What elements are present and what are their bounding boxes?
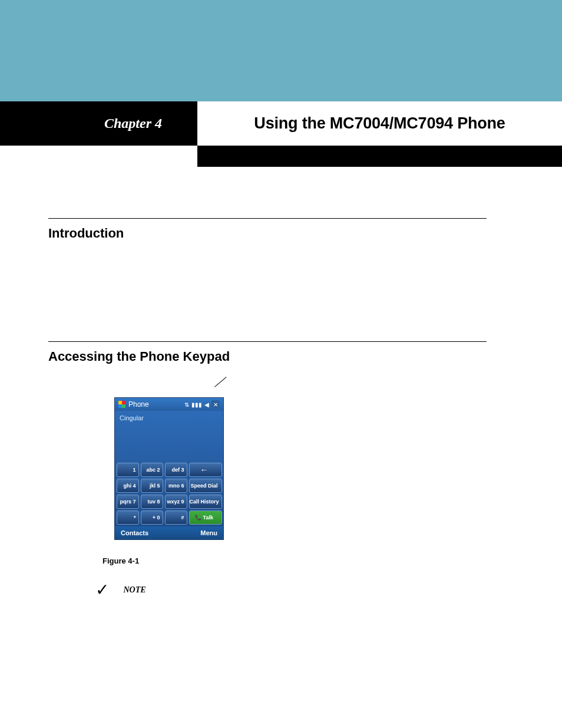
key-talk[interactable]: 📞 Talk (189, 510, 222, 525)
dial-entry-area (115, 425, 223, 467)
start-flag-icon (118, 401, 125, 408)
body: Introduction Accessing the Phone Keypad … (48, 218, 487, 616)
key-talk-label: Talk (203, 515, 213, 521)
phone-screenshot: Phone ⇅ ▮▮▮ ◀ ✕ Cingular 1 abc 2 def 3 (114, 397, 224, 540)
key-2[interactable]: abc 2 (141, 463, 163, 477)
section-rule (48, 218, 487, 219)
key-backspace[interactable]: ← (189, 463, 222, 477)
key-3[interactable]: def 3 (165, 463, 187, 477)
page-title-band: Using the MC7004/MC7094 Phone (197, 101, 562, 146)
figure-4-1: Phone ⇅ ▮▮▮ ◀ ✕ Cingular 1 abc 2 def 3 (114, 397, 223, 540)
status-icons: ⇅ ▮▮▮ ◀ ✕ (184, 400, 220, 409)
key-hash[interactable]: # (165, 510, 187, 525)
checkmark-icon: ✓ (95, 582, 109, 598)
key-1[interactable]: 1 (117, 463, 139, 477)
key-7[interactable]: pqrs 7 (117, 495, 139, 509)
section-title-accessing: Accessing the Phone Keypad (48, 349, 487, 364)
section-introduction: Introduction (48, 218, 487, 241)
sync-icon: ⇅ (184, 401, 189, 408)
key-8[interactable]: tuv 8 (141, 495, 163, 509)
key-4[interactable]: ghi 4 (117, 479, 139, 493)
note-label: NOTE (123, 585, 146, 595)
section-title-introduction: Introduction (48, 226, 487, 241)
softkey-bar: Contacts Menu (115, 526, 223, 539)
key-speed-dial[interactable]: Speed Dial (189, 479, 222, 493)
page: Chapter 4 Using the MC7004/MC7094 Phone … (0, 0, 562, 728)
key-call-history[interactable]: Call History (189, 495, 222, 509)
color-band (0, 0, 562, 101)
softkey-contacts[interactable]: Contacts (121, 529, 148, 536)
chapter-text: Chapter 4 (104, 116, 162, 131)
key-5[interactable]: jkl 5 (141, 479, 163, 493)
phone-handset-icon: 📞 (195, 515, 201, 521)
phone-statusbar: Phone ⇅ ▮▮▮ ◀ ✕ (115, 398, 223, 411)
keypad: 1 abc 2 def 3 ← ghi 4 jkl 5 mno 6 Speed … (118, 463, 220, 526)
key-6[interactable]: mno 6 (165, 479, 187, 493)
phone-app-title: Phone (128, 400, 149, 409)
carrier-name: Cingular (115, 411, 223, 425)
key-star[interactable]: * (117, 510, 139, 525)
note-block: ✓ NOTE (95, 582, 487, 598)
key-0[interactable]: + 0 (141, 510, 163, 525)
section-accessing: Accessing the Phone Keypad Phone ⇅ ▮▮▮ ◀… (48, 341, 487, 598)
softkey-menu[interactable]: Menu (200, 529, 217, 536)
chapter-label: Chapter 4 (0, 101, 197, 146)
signal-icon: ▮▮▮ (191, 401, 202, 408)
section-rule (48, 341, 487, 342)
page-title: Using the MC7004/MC7094 Phone (254, 114, 505, 133)
speaker-icon: ◀ (204, 401, 209, 408)
title-underline (197, 146, 562, 167)
close-icon: ✕ (211, 400, 220, 409)
key-9[interactable]: wxyz 9 (165, 495, 187, 509)
figure-caption: Figure 4-1 (103, 556, 487, 565)
